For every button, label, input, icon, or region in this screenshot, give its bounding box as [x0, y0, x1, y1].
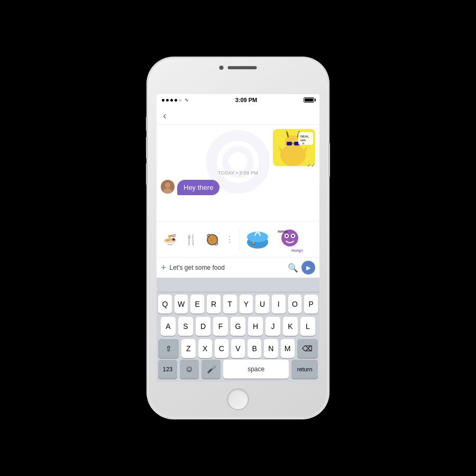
- key-v[interactable]: V: [231, 339, 245, 358]
- key-o[interactable]: O: [288, 295, 302, 314]
- key-c[interactable]: C: [215, 339, 228, 358]
- key-x[interactable]: X: [198, 339, 212, 358]
- svg-text:Hungry?: Hungry?: [291, 249, 303, 253]
- key-p[interactable]: P: [304, 295, 318, 314]
- battery-icon: [304, 97, 314, 103]
- sticker-row: 🍜 🍴 🥘 ⋮ 🍲: [161, 225, 315, 254]
- key-z[interactable]: Z: [181, 339, 195, 358]
- emoji-button[interactable]: 🔍: [288, 263, 298, 273]
- key-a[interactable]: A: [161, 317, 176, 336]
- key-q[interactable]: Q: [158, 295, 172, 314]
- signal-dot-2: [166, 99, 169, 102]
- sticker-more-icon[interactable]: ⋮: [223, 233, 236, 246]
- send-icon: ▶: [306, 264, 310, 271]
- keyboard-rows: Q W E R T Y U I O P A S D F G: [157, 292, 319, 360]
- avatar: [161, 180, 175, 194]
- battery-area: [304, 97, 314, 103]
- space-key[interactable]: space: [223, 360, 289, 379]
- emoji-key[interactable]: ☺: [180, 360, 199, 379]
- camera-dot: [219, 66, 224, 70]
- signal-dot-4: [175, 99, 177, 102]
- keyboard-suggestions-bar: [157, 278, 319, 292]
- received-message: Hey there: [161, 180, 315, 195]
- sticker-item-fork[interactable]: 🍴: [182, 231, 200, 249]
- svg-text:mmm: mmm: [278, 230, 288, 233]
- wifi-icon: ∿: [185, 97, 189, 103]
- speaker-slot: [228, 66, 257, 69]
- phone-frame: ∿ 3:09 PM ‹: [148, 58, 328, 418]
- signal-dot-3: [170, 99, 173, 102]
- home-button[interactable]: [227, 388, 249, 410]
- key-k[interactable]: K: [283, 317, 298, 336]
- shift-key[interactable]: ⇧: [158, 339, 179, 358]
- sticker-suggestions-panel: 🍜 🍴 🥘 ⋮ 🍲: [157, 221, 319, 257]
- sent-sticker-message: DEAL with it ✓✓: [273, 129, 315, 166]
- sticker-divider: [239, 229, 240, 250]
- keyboard: Q W E R T Y U I O P A S D F G: [157, 278, 319, 382]
- status-bar: ∿ 3:09 PM: [157, 94, 319, 106]
- key-f[interactable]: F: [213, 317, 228, 336]
- mute-button[interactable]: [146, 116, 148, 131]
- key-d[interactable]: D: [196, 317, 210, 336]
- svg-text:it: it: [303, 142, 304, 145]
- key-i[interactable]: I: [272, 295, 286, 314]
- add-button[interactable]: +: [161, 262, 167, 273]
- key-u[interactable]: U: [255, 295, 269, 314]
- key-h[interactable]: H: [248, 317, 263, 336]
- battery-fill: [305, 98, 313, 102]
- volume-up-button[interactable]: [146, 136, 148, 159]
- back-button[interactable]: ‹: [163, 110, 167, 121]
- key-j[interactable]: J: [266, 317, 280, 336]
- key-l[interactable]: L: [300, 317, 315, 336]
- nav-bar: ‹: [157, 106, 319, 125]
- key-e[interactable]: E: [190, 295, 204, 314]
- key-y[interactable]: Y: [240, 295, 253, 314]
- key-row-2: A S D F G H J K L: [158, 317, 318, 336]
- mic-key[interactable]: 🎤: [202, 360, 221, 379]
- volume-down-button[interactable]: [146, 163, 148, 185]
- phone-screen: ∿ 3:09 PM ‹: [157, 94, 319, 382]
- delete-key[interactable]: ⌫: [297, 339, 318, 358]
- key-r[interactable]: R: [207, 295, 221, 314]
- key-w[interactable]: W: [175, 295, 188, 314]
- svg-point-10: [165, 182, 170, 188]
- key-n[interactable]: N: [264, 339, 278, 358]
- signal-dot-1: [162, 99, 164, 102]
- key-s[interactable]: S: [178, 317, 193, 336]
- signal-dot-5: [179, 99, 181, 102]
- chat-area: DEAL with it ✓✓ TODAY • 3:09 PM: [157, 125, 319, 278]
- signal-area: ∿: [162, 97, 189, 103]
- send-button[interactable]: ▶: [301, 261, 315, 274]
- chat-messages: DEAL with it ✓✓ TODAY • 3:09 PM: [157, 125, 319, 221]
- key-m[interactable]: M: [281, 339, 295, 358]
- key-row-1: Q W E R T Y U I O P: [158, 295, 318, 314]
- sticker-item-large-bowl[interactable]: 🍲: [243, 225, 272, 254]
- message-timestamp: TODAY • 3:09 PM: [161, 170, 315, 176]
- message-bubble-received: Hey there: [177, 180, 219, 195]
- svg-text:🍲: 🍲: [251, 240, 256, 245]
- svg-point-19: [292, 235, 294, 237]
- phone-top-bar: [219, 66, 257, 70]
- svg-rect-2: [287, 142, 292, 145]
- key-g[interactable]: G: [231, 317, 245, 336]
- status-time: 3:09 PM: [235, 97, 258, 103]
- return-key[interactable]: return: [291, 360, 318, 379]
- sticker-deal-image: DEAL with it: [273, 129, 315, 166]
- input-bar: + Let's get some food 🔍 ▶: [157, 257, 319, 278]
- svg-text:DEAL: DEAL: [300, 135, 309, 138]
- svg-point-18: [286, 235, 288, 237]
- key-row-3: ⇧ Z X C V B N M ⌫: [158, 339, 318, 358]
- power-button[interactable]: [328, 143, 330, 177]
- read-receipt-icon: ✓✓: [307, 162, 315, 168]
- sticker-item-large-hungry[interactable]: mmm Hungry?: [275, 225, 304, 254]
- key-b[interactable]: B: [248, 339, 261, 358]
- sticker-item-soup[interactable]: 🍜: [161, 231, 179, 249]
- message-input[interactable]: Let's get some food: [170, 264, 285, 271]
- keyboard-bottom-row: 123 ☺ 🎤 space return: [157, 360, 319, 382]
- key-t[interactable]: T: [223, 295, 237, 314]
- numbers-key[interactable]: 123: [158, 360, 177, 379]
- sticker-item-plate[interactable]: 🥘: [203, 231, 221, 249]
